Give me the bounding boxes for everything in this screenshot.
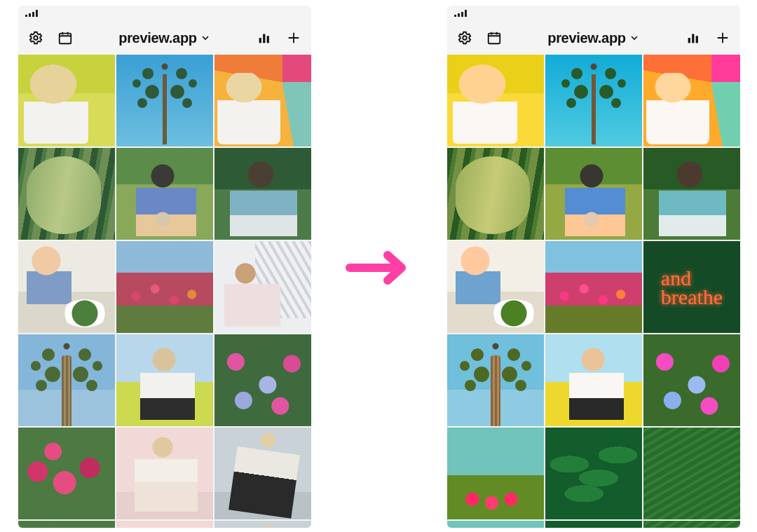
feed-cell[interactable] (18, 428, 115, 519)
signal-icon (454, 10, 467, 17)
svg-rect-9 (696, 36, 698, 43)
feed-cell[interactable] (643, 241, 740, 333)
feed-cell[interactable] (18, 241, 115, 333)
feed-cell[interactable] (447, 148, 544, 240)
feed-cell[interactable] (18, 334, 115, 426)
feed-grid (18, 55, 311, 528)
feed-cell[interactable] (214, 148, 311, 240)
feed-cell[interactable] (643, 334, 740, 426)
analytics-button[interactable] (684, 29, 702, 47)
feed-cell[interactable] (116, 428, 213, 519)
feed-grid (447, 55, 740, 528)
feed-cell[interactable] (18, 148, 115, 240)
feed-cell[interactable] (116, 241, 213, 333)
svg-rect-1 (60, 34, 71, 44)
phone-before: preview.app (18, 6, 311, 528)
feed-cell[interactable] (545, 521, 642, 528)
account-title: preview.app (547, 30, 626, 46)
svg-rect-2 (259, 38, 261, 43)
calendar-button[interactable] (485, 29, 503, 47)
feed-cell[interactable] (214, 521, 311, 528)
feed-cell[interactable] (214, 334, 311, 426)
toolbar: preview.app (18, 21, 311, 55)
account-switcher[interactable]: preview.app (118, 30, 211, 46)
feed-cell[interactable] (643, 521, 740, 528)
feed-cell[interactable] (545, 428, 642, 519)
feed-cell[interactable] (545, 241, 642, 333)
add-button[interactable] (714, 29, 732, 47)
signal-icon (25, 10, 38, 17)
feed-cell[interactable] (447, 334, 544, 426)
svg-rect-3 (263, 34, 265, 43)
svg-rect-8 (692, 34, 694, 43)
feed-cell[interactable] (116, 148, 213, 240)
feed-cell[interactable] (643, 428, 740, 519)
feed-cell[interactable] (545, 55, 642, 146)
feed-cell[interactable] (214, 428, 311, 519)
settings-button[interactable] (456, 29, 474, 47)
analytics-button[interactable] (255, 29, 273, 47)
account-title: preview.app (118, 30, 197, 46)
chevron-down-icon (629, 32, 640, 43)
feed-cell[interactable] (18, 521, 115, 528)
feed-cell[interactable] (545, 148, 642, 240)
feed-cell[interactable] (116, 55, 213, 146)
settings-button[interactable] (27, 29, 45, 47)
svg-rect-6 (489, 34, 500, 44)
arrow-icon (346, 247, 423, 289)
toolbar: preview.app (447, 21, 740, 55)
calendar-button[interactable] (56, 29, 74, 47)
svg-point-0 (34, 36, 38, 40)
feed-cell[interactable] (447, 241, 544, 333)
feed-cell[interactable] (214, 241, 311, 333)
feed-cell[interactable] (643, 55, 740, 146)
account-switcher[interactable]: preview.app (547, 30, 640, 46)
feed-cell[interactable] (18, 55, 115, 146)
feed-cell[interactable] (447, 428, 544, 519)
status-bar (447, 6, 740, 21)
feed-cell[interactable] (447, 55, 544, 146)
svg-point-5 (463, 36, 467, 40)
phone-after: preview.app (447, 6, 740, 528)
feed-cell[interactable] (643, 148, 740, 240)
chevron-down-icon (200, 32, 211, 43)
feed-cell[interactable] (447, 521, 544, 528)
feed-cell[interactable] (116, 521, 213, 528)
svg-rect-4 (267, 36, 269, 43)
feed-cell[interactable] (116, 334, 213, 426)
feed-cell[interactable] (214, 55, 311, 146)
status-bar (18, 6, 311, 21)
svg-rect-7 (688, 38, 690, 43)
feed-cell[interactable] (545, 334, 642, 426)
add-button[interactable] (285, 29, 303, 47)
